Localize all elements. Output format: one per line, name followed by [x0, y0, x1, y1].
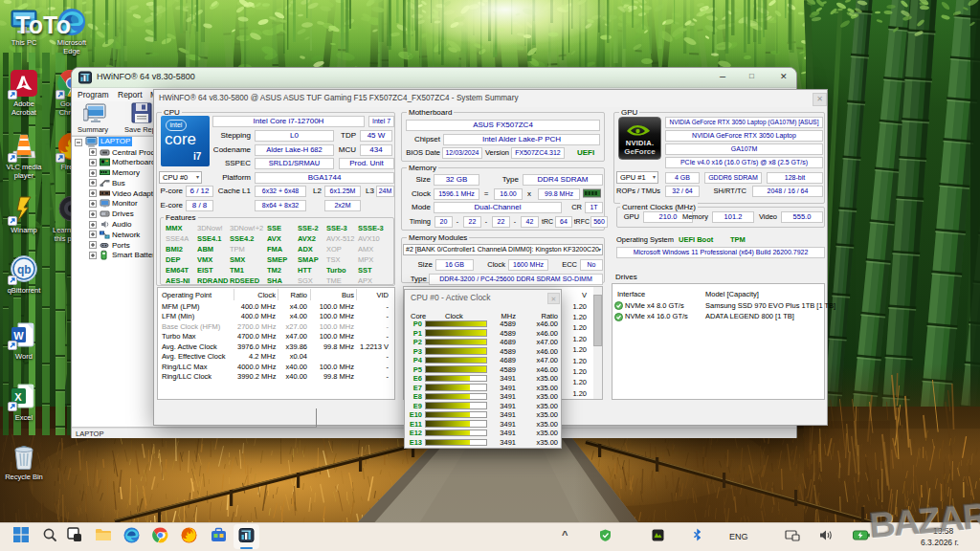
svg-text:W: W — [13, 330, 24, 342]
svg-text:X: X — [14, 391, 22, 403]
svg-text:qb: qb — [17, 263, 32, 276]
